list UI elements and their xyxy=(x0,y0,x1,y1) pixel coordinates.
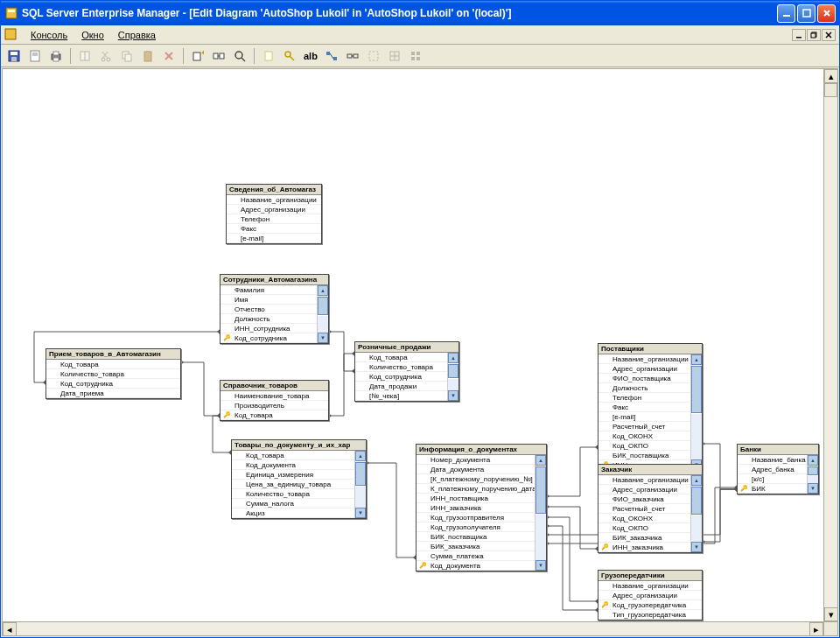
column-name[interactable]: БИК_поставщика xyxy=(429,532,535,542)
menu-window[interactable]: Окно xyxy=(74,28,111,42)
column-name[interactable]: [e-mail] xyxy=(239,234,321,243)
mdi-minimize-button[interactable] xyxy=(792,29,806,41)
column-name[interactable]: [№_чека] xyxy=(368,391,447,401)
column-name[interactable]: Код_товара xyxy=(59,360,180,369)
table-header[interactable]: Информация_о_документах xyxy=(416,445,546,455)
zoom-icon[interactable] xyxy=(230,46,249,66)
column-name[interactable]: Код_сотрудника xyxy=(233,333,317,343)
column-name[interactable]: Номер_документа xyxy=(429,455,535,465)
scroll-up-icon[interactable]: ▲ xyxy=(448,353,458,363)
table-header[interactable]: Прием_товаров_в_Автомагазин xyxy=(46,349,180,360)
scroll-thumb[interactable] xyxy=(448,364,458,378)
column-name[interactable]: Название_организации xyxy=(239,195,321,205)
arrange-icon[interactable] xyxy=(406,46,425,66)
column-name[interactable]: Наименование_товара xyxy=(233,391,328,401)
column-name[interactable]: Отчество xyxy=(233,305,317,314)
table-tovary_doc[interactable]: Товары_по_документу_и_их_харКод_товараКо… xyxy=(231,439,367,519)
table-sotrudniki[interactable]: Сотрудники_Автомагазина🔑ФамилияИмяОтчест… xyxy=(220,274,329,344)
column-name[interactable]: ИНН_поставщика xyxy=(429,494,535,503)
annotation-icon[interactable] xyxy=(259,46,278,66)
column-name[interactable]: Код_товара xyxy=(244,451,354,460)
column-name[interactable]: Количество_товара xyxy=(368,362,447,372)
column-name[interactable]: Адрес_организации xyxy=(239,205,321,214)
table-header[interactable]: Поставщики xyxy=(598,344,702,354)
close-button[interactable] xyxy=(817,4,836,23)
column-name[interactable]: Код_ОКПО xyxy=(611,523,690,533)
column-name[interactable]: Код_ОКПО xyxy=(611,441,690,451)
scroll-down-icon[interactable]: ▾ xyxy=(824,607,838,621)
column-name[interactable]: Сумма_налога xyxy=(244,499,354,508)
diagram-workspace[interactable]: Сведения_об_АвтомагазНазвание_организаци… xyxy=(2,68,838,636)
column-name[interactable]: ИНН_сотрудника xyxy=(233,324,317,333)
scroll-left-icon[interactable]: ◂ xyxy=(3,622,17,636)
column-name[interactable]: Акциз xyxy=(244,508,354,518)
table-header[interactable]: Справочник_товаров xyxy=(220,381,328,391)
print-icon[interactable] xyxy=(46,46,66,66)
scroll-down-icon[interactable]: ▼ xyxy=(448,390,458,401)
table-header[interactable]: Сведения_об_Автомагаз xyxy=(227,185,321,195)
scroll-thumb[interactable] xyxy=(536,466,546,514)
column-name[interactable]: ИНН_заказчика xyxy=(429,503,535,513)
column-name[interactable]: Фамилия xyxy=(233,285,317,295)
column-name[interactable]: Тип_грузопередатчика xyxy=(611,610,702,620)
paste-icon[interactable] xyxy=(138,46,158,66)
show-labels-icon[interactable] xyxy=(343,46,362,66)
column-name[interactable]: Код_ОКОНХ xyxy=(611,514,690,523)
column-name[interactable]: Дата_документа xyxy=(429,465,535,474)
table-scrollbar[interactable]: ▲▼ xyxy=(807,455,818,494)
scroll-down-icon[interactable]: ▼ xyxy=(691,542,702,552)
copy-icon[interactable] xyxy=(117,46,136,66)
table-scrollbar[interactable]: ▲▼ xyxy=(447,353,458,401)
column-name[interactable]: Должность xyxy=(233,314,317,324)
scroll-down-icon[interactable]: ▼ xyxy=(536,560,546,571)
scroll-thumb[interactable] xyxy=(355,462,366,486)
column-name[interactable]: Расчетный_счет xyxy=(611,504,690,514)
column-name[interactable]: Количество_товара xyxy=(59,369,180,379)
menu-console[interactable]: Консоль xyxy=(24,28,74,42)
table-header[interactable]: Сотрудники_Автомагазина xyxy=(220,275,328,285)
column-name[interactable]: Должность xyxy=(611,383,690,393)
add-related-icon[interactable] xyxy=(209,46,228,66)
page-breaks-icon[interactable] xyxy=(364,46,383,66)
column-name[interactable]: Код_сотрудника xyxy=(368,372,447,382)
titlebar[interactable]: SQL Server Enterprise Manager - [Edit Di… xyxy=(1,1,839,25)
column-name[interactable]: Единица_измерения xyxy=(244,470,354,480)
column-name[interactable]: Производитель xyxy=(233,401,328,410)
column-name[interactable]: Расчетный_счет xyxy=(611,422,690,431)
cut-icon[interactable] xyxy=(96,46,116,66)
table-header[interactable]: Грузопередатчики xyxy=(598,571,702,581)
scroll-up-icon[interactable]: ▲ xyxy=(808,455,818,466)
column-name[interactable]: БИК xyxy=(750,484,807,494)
column-name[interactable]: К_платежному_поручению_дата xyxy=(429,484,535,494)
delete-icon[interactable] xyxy=(159,46,178,66)
font-name-text[interactable]: alb xyxy=(301,51,320,61)
table-postavshiki[interactable]: Поставщики🔑Название_организацииАдрес_орг… xyxy=(598,343,703,471)
recalc-icon[interactable] xyxy=(385,46,404,66)
table-priem[interactable]: Прием_товаров_в_АвтомагазинКод_товараКол… xyxy=(46,348,181,399)
table-header[interactable]: Товары_по_документу_и_их_хар xyxy=(232,440,366,451)
column-name[interactable]: ИНН_заказчика xyxy=(611,543,690,552)
column-name[interactable]: БИК_поставщика xyxy=(611,451,690,460)
column-name[interactable]: Код_документа xyxy=(244,460,354,470)
column-name[interactable]: Название_банка xyxy=(750,455,807,465)
scroll-up-icon[interactable]: ▲ xyxy=(355,451,366,461)
column-name[interactable]: Код_грузоотправителя xyxy=(429,513,535,522)
column-name[interactable]: Название_организации xyxy=(611,354,690,364)
column-name[interactable]: Цена_за_единицу_товара xyxy=(244,480,354,489)
column-name[interactable]: Имя xyxy=(233,295,317,305)
column-name[interactable]: Название_организации xyxy=(611,475,690,485)
maximize-button[interactable] xyxy=(797,4,816,23)
column-name[interactable]: [e-mail] xyxy=(611,412,690,422)
add-table-icon[interactable]: ✦ xyxy=(188,46,207,66)
table-scrollbar[interactable]: ▲▼ xyxy=(317,285,328,343)
column-name[interactable]: Код_грузополучателя xyxy=(429,522,535,532)
scroll-down-icon[interactable]: ▼ xyxy=(318,333,328,343)
scroll-up-icon[interactable]: ▲ xyxy=(318,285,328,296)
scroll-thumb[interactable] xyxy=(691,487,702,515)
properties-icon[interactable] xyxy=(25,46,45,66)
scroll-down-icon[interactable]: ▼ xyxy=(808,483,818,494)
column-name[interactable]: БИК_заказчика xyxy=(429,542,535,551)
column-name[interactable]: Факс xyxy=(611,403,690,412)
scroll-up-icon[interactable]: ▲ xyxy=(691,475,702,486)
column-name[interactable]: Телефон xyxy=(239,214,321,224)
